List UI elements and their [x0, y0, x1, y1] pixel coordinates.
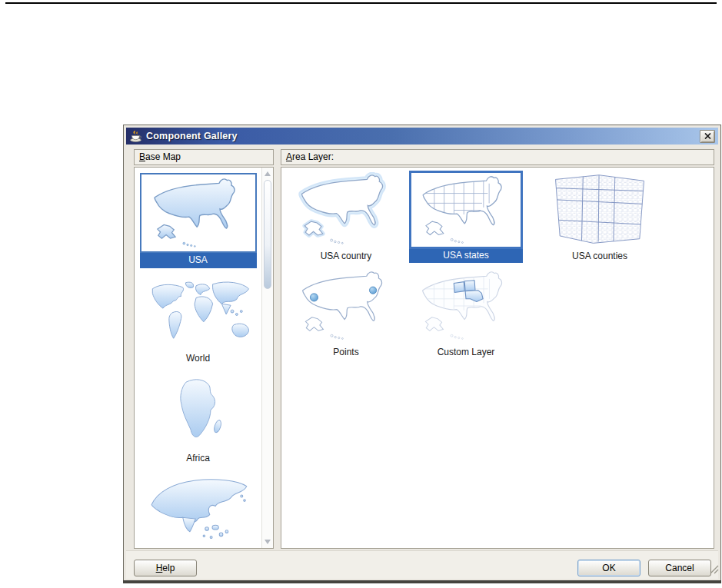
scrollbar-thumb[interactable] [264, 180, 271, 289]
basemap-item-label: World [140, 351, 257, 367]
arealayer-item-usa-country[interactable]: USA country [289, 171, 403, 264]
usa-states-thumbnail [409, 171, 523, 249]
basemap-item-label: USA [140, 253, 257, 268]
asia-map-thumbnail [140, 473, 257, 548]
arealayer-item-label: USA states [409, 249, 523, 263]
ok-button[interactable]: OK [577, 560, 640, 576]
area-layer-header: Area Layer: [281, 149, 714, 165]
basemap-item-label: Africa [140, 451, 257, 467]
area-layer-row-1: USA country [283, 171, 712, 264]
custom-layer-thumbnail [409, 267, 523, 345]
close-button[interactable] [700, 130, 715, 143]
arealayer-item-label: Points [289, 346, 403, 360]
arealayer-item-label: USA country [289, 250, 403, 264]
basemap-item-world[interactable]: World [140, 277, 257, 367]
basemap-item-africa[interactable]: Africa [140, 374, 257, 467]
africa-map-thumbnail [140, 374, 257, 448]
dialog-button-bar: Help OK Cancel [126, 550, 718, 579]
points-thumbnail [289, 267, 403, 345]
basemap-item-usa[interactable]: USA [140, 173, 257, 268]
usa-country-thumbnail [289, 171, 403, 249]
dialog-bottom-edge [123, 580, 721, 583]
java-cup-icon [129, 130, 143, 142]
scroll-up-icon[interactable] [265, 171, 271, 176]
horizontal-rule [5, 2, 717, 4]
base-map-label: Base Map [139, 151, 181, 162]
base-map-items: USA [135, 168, 261, 548]
titlebar[interactable]: Component Gallery [126, 128, 718, 145]
base-map-scrollbar[interactable] [261, 168, 273, 548]
arealayer-item-usa-states[interactable]: USA states [409, 171, 523, 264]
scroll-down-icon[interactable] [265, 540, 271, 544]
usa-counties-thumbnail [543, 171, 657, 249]
help-button[interactable]: Help [134, 560, 197, 576]
arealayer-item-points[interactable]: Points [289, 267, 403, 360]
area-layer-label: Area Layer: [286, 151, 334, 162]
document-page: Component Gallery Base Map [0, 0, 722, 588]
usa-map-thumbnail [140, 173, 257, 253]
cancel-button[interactable]: Cancel [648, 560, 711, 576]
base-map-list: USA [134, 167, 274, 549]
basemap-item-asia[interactable]: Asia [140, 473, 257, 548]
resize-grip-icon[interactable] [710, 563, 719, 577]
area-layer-content: USA country [281, 167, 714, 549]
arealayer-item-label: Custom Layer [409, 346, 523, 360]
window-title: Component Gallery [146, 131, 700, 141]
world-map-thumbnail [140, 277, 257, 348]
arealayer-item-label: USA counties [543, 250, 657, 264]
base-map-header: Base Map [134, 149, 274, 165]
area-layer-row-2: Points [283, 267, 712, 360]
component-gallery-dialog: Component Gallery Base Map [123, 125, 721, 583]
arealayer-item-usa-counties[interactable]: USA counties [543, 171, 657, 264]
arealayer-item-custom-layer[interactable]: Custom Layer [409, 267, 523, 360]
close-icon [704, 133, 711, 139]
